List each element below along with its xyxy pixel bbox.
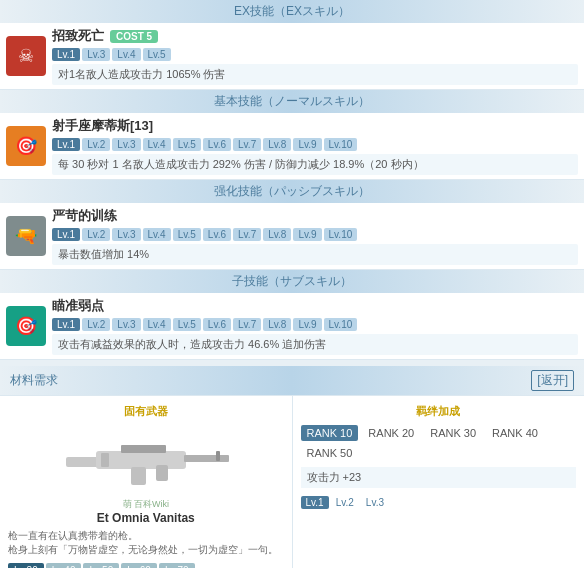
normal-skill-name: 射手座摩蒂斯[13] — [52, 117, 153, 135]
materials-section: 材料需求 [返开] 固有武器 — [0, 366, 584, 568]
passive-skill-section: 强化技能（パッシブスキル） 🔫 严苛的训练 Lv.1 Lv.2 Lv.3 Lv.… — [0, 180, 584, 270]
bond-lv-tabs: Lv.1 Lv.2 Lv.3 — [301, 496, 577, 509]
normal-skill-levels: Lv.1 Lv.2 Lv.3 Lv.4 Lv.5 Lv.6 Lv.7 Lv.8 … — [52, 138, 578, 151]
bond-lv-section: Lv.1 Lv.2 Lv.3 — [301, 496, 577, 509]
passive-skill-header: 强化技能（パッシブスキル） — [0, 180, 584, 203]
wlv-70[interactable]: Lv.70 — [159, 563, 195, 568]
ex-lv-4[interactable]: Lv.4 — [112, 48, 140, 61]
svg-rect-1 — [96, 451, 186, 469]
ex-skill-cost: COST 5 — [110, 30, 158, 43]
ss-lv-7[interactable]: Lv.7 — [233, 318, 261, 331]
weapon-levels: Lv.30 Lv.40 Lv.50 Lv.60 Lv.70 — [8, 563, 284, 568]
ns-lv-7[interactable]: Lv.7 — [233, 138, 261, 151]
sub-skill-desc: 攻击有减益效果的敌人时，造成攻击力 46.6% 追加伤害 — [52, 334, 578, 355]
ss-lv-1[interactable]: Lv.1 — [52, 318, 80, 331]
svg-rect-5 — [131, 467, 146, 485]
ns-lv-6[interactable]: Lv.6 — [203, 138, 231, 151]
ex-skill-levels: Lv.1 Lv.3 Lv.4 Lv.5 — [52, 48, 578, 61]
ss-lv-10[interactable]: Lv.10 — [324, 318, 358, 331]
svg-rect-4 — [156, 465, 168, 481]
svg-rect-7 — [101, 453, 109, 467]
ss-lv-6[interactable]: Lv.6 — [203, 318, 231, 331]
sub-skill-row: 🎯 瞄准弱点 Lv.1 Lv.2 Lv.3 Lv.4 Lv.5 Lv.6 Lv.… — [0, 293, 584, 360]
svg-rect-3 — [121, 445, 166, 453]
wlv-60[interactable]: Lv.60 — [121, 563, 157, 568]
rank-20[interactable]: RANK 20 — [362, 425, 420, 441]
rank-10[interactable]: RANK 10 — [301, 425, 359, 441]
ps-lv-6[interactable]: Lv.6 — [203, 228, 231, 241]
wlv-50[interactable]: Lv.50 — [83, 563, 119, 568]
ss-lv-9[interactable]: Lv.9 — [293, 318, 321, 331]
ns-lv-9[interactable]: Lv.9 — [293, 138, 321, 151]
ns-lv-8[interactable]: Lv.8 — [263, 138, 291, 151]
rank-grid: RANK 10 RANK 20 RANK 30 RANK 40 RANK 50 — [301, 425, 577, 461]
ps-lv-8[interactable]: Lv.8 — [263, 228, 291, 241]
materials-title: 材料需求 — [10, 372, 58, 389]
wlv-30[interactable]: Lv.30 — [8, 563, 44, 568]
weapon-name: Et Omnia Vanitas — [8, 511, 284, 525]
weapon-desc-line2: 枪身上刻有「万物皆虚空，无论身然处，一切为虚空」一句。 — [8, 543, 284, 557]
rank-40[interactable]: RANK 40 — [486, 425, 544, 441]
ss-lv-8[interactable]: Lv.8 — [263, 318, 291, 331]
ss-lv-2[interactable]: Lv.2 — [82, 318, 110, 331]
weapon-panel-title: 固有武器 — [8, 404, 284, 419]
ns-lv-2[interactable]: Lv.2 — [82, 138, 110, 151]
weapon-desc: 枪一直有在认真携带着的枪。 枪身上刻有「万物皆虚空，无论身然处，一切为虚空」一句… — [8, 529, 284, 557]
ns-lv-4[interactable]: Lv.4 — [143, 138, 171, 151]
sub-skill-icon: 🎯 — [6, 306, 46, 346]
svg-rect-0 — [66, 457, 101, 467]
ex-skill-info: 招致死亡 COST 5 Lv.1 Lv.3 Lv.4 Lv.5 对1名敌人造成攻… — [52, 27, 578, 85]
ex-lv-3[interactable]: Lv.3 — [82, 48, 110, 61]
ps-lv-1[interactable]: Lv.1 — [52, 228, 80, 241]
ns-lv-10[interactable]: Lv.10 — [324, 138, 358, 151]
ps-lv-5[interactable]: Lv.5 — [173, 228, 201, 241]
ns-lv-3[interactable]: Lv.3 — [112, 138, 140, 151]
bond-panel-title: 羁绊加成 — [301, 404, 577, 419]
ex-lv-5[interactable]: Lv.5 — [143, 48, 171, 61]
passive-skill-levels: Lv.1 Lv.2 Lv.3 Lv.4 Lv.5 Lv.6 Lv.7 Lv.8 … — [52, 228, 578, 241]
rank-30[interactable]: RANK 30 — [424, 425, 482, 441]
ps-lv-10[interactable]: Lv.10 — [324, 228, 358, 241]
bond-panel: 羁绊加成 RANK 10 RANK 20 RANK 30 RANK 40 RAN… — [293, 396, 585, 568]
sub-skill-info: 瞄准弱点 Lv.1 Lv.2 Lv.3 Lv.4 Lv.5 Lv.6 Lv.7 … — [52, 297, 578, 355]
bond-stat: 攻击力 +23 — [301, 467, 577, 488]
ps-lv-9[interactable]: Lv.9 — [293, 228, 321, 241]
ns-lv-1[interactable]: Lv.1 — [52, 138, 80, 151]
ps-lv-3[interactable]: Lv.3 — [112, 228, 140, 241]
ss-lv-3[interactable]: Lv.3 — [112, 318, 140, 331]
materials-body: 固有武器 — [0, 395, 584, 568]
normal-skill-section: 基本技能（ノーマルスキル） 🎯 射手座摩蒂斯[13] Lv.1 Lv.2 Lv.… — [0, 90, 584, 180]
weapon-image — [56, 425, 236, 495]
ps-lv-2[interactable]: Lv.2 — [82, 228, 110, 241]
weapon-panel: 固有武器 — [0, 396, 293, 568]
ps-lv-4[interactable]: Lv.4 — [143, 228, 171, 241]
sub-skill-name: 瞄准弱点 — [52, 297, 104, 315]
passive-skill-row: 🔫 严苛的训练 Lv.1 Lv.2 Lv.3 Lv.4 Lv.5 Lv.6 Lv… — [0, 203, 584, 270]
sub-skill-levels: Lv.1 Lv.2 Lv.3 Lv.4 Lv.5 Lv.6 Lv.7 Lv.8 … — [52, 318, 578, 331]
ex-lv-1[interactable]: Lv.1 — [52, 48, 80, 61]
bond-lv-1[interactable]: Lv.1 — [301, 496, 329, 509]
weapon-image-container: 萌 百科Wiki — [8, 425, 284, 511]
passive-skill-name: 严苛的训练 — [52, 207, 117, 225]
passive-skill-icon: 🔫 — [6, 216, 46, 256]
passive-skill-info: 严苛的训练 Lv.1 Lv.2 Lv.3 Lv.4 Lv.5 Lv.6 Lv.7… — [52, 207, 578, 265]
collapse-button[interactable]: [返开] — [531, 370, 574, 391]
normal-skill-info: 射手座摩蒂斯[13] Lv.1 Lv.2 Lv.3 Lv.4 Lv.5 Lv.6… — [52, 117, 578, 175]
ex-skill-name: 招致死亡 — [52, 27, 104, 45]
bond-lv-2[interactable]: Lv.2 — [331, 496, 359, 509]
ns-lv-5[interactable]: Lv.5 — [173, 138, 201, 151]
sub-skill-header: 子技能（サブスキル） — [0, 270, 584, 293]
normal-skill-icon: 🎯 — [6, 126, 46, 166]
normal-skill-header: 基本技能（ノーマルスキル） — [0, 90, 584, 113]
weapon-desc-line1: 枪一直有在认真携带着的枪。 — [8, 529, 284, 543]
rank-50[interactable]: RANK 50 — [301, 445, 359, 461]
normal-skill-row: 🎯 射手座摩蒂斯[13] Lv.1 Lv.2 Lv.3 Lv.4 Lv.5 Lv… — [0, 113, 584, 180]
normal-skill-desc: 每 30 秒对 1 名敌人造成攻击力 292% 伤害 / 防御力减少 18.9%… — [52, 154, 578, 175]
wlv-40[interactable]: Lv.40 — [46, 563, 82, 568]
bond-lv-3[interactable]: Lv.3 — [361, 496, 389, 509]
ps-lv-7[interactable]: Lv.7 — [233, 228, 261, 241]
passive-skill-desc: 暴击数值增加 14% — [52, 244, 578, 265]
ss-lv-5[interactable]: Lv.5 — [173, 318, 201, 331]
ss-lv-4[interactable]: Lv.4 — [143, 318, 171, 331]
ex-skill-section: EX技能（EXスキル） ☠ 招致死亡 COST 5 Lv.1 Lv.3 Lv.4… — [0, 0, 584, 90]
